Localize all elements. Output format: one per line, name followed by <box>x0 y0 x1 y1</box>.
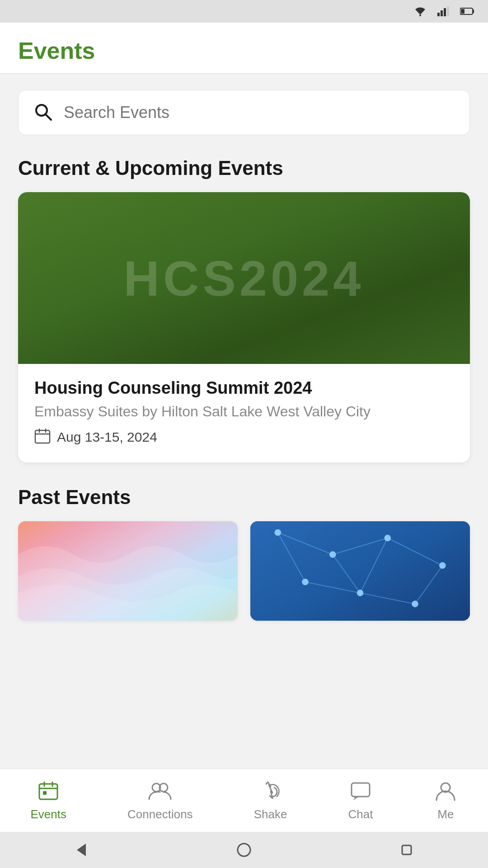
svg-rect-1 <box>437 13 440 16</box>
nav-item-me[interactable]: Me <box>425 775 466 826</box>
svg-point-28 <box>439 562 446 569</box>
past-events-section: Past Events <box>18 486 470 621</box>
search-input[interactable] <box>64 103 455 122</box>
past-events-title: Past Events <box>18 486 470 509</box>
nav-item-chat[interactable]: Chat <box>339 775 382 826</box>
svg-rect-39 <box>43 791 47 795</box>
svg-rect-42 <box>352 783 370 797</box>
svg-rect-15 <box>250 521 470 621</box>
nav-item-shake[interactable]: Shake <box>245 775 296 826</box>
svg-point-0 <box>419 14 421 16</box>
status-bar <box>0 0 488 23</box>
nav-item-connections[interactable]: Connections <box>118 775 202 826</box>
search-bar[interactable] <box>18 90 470 135</box>
svg-rect-35 <box>39 784 57 799</box>
svg-point-46 <box>238 844 250 856</box>
past-event-thumb-network <box>250 521 470 621</box>
svg-point-26 <box>329 551 336 558</box>
svg-rect-10 <box>35 430 50 443</box>
event-banner-text: HCS2024 <box>124 250 365 307</box>
svg-marker-45 <box>77 844 86 856</box>
back-button[interactable] <box>68 836 95 863</box>
event-info: Housing Counseling Summit 2024 Embassy S… <box>18 364 470 462</box>
event-date-row: Aug 13-15, 2024 <box>34 428 454 446</box>
nav-label-shake: Shake <box>254 807 287 821</box>
event-venue: Embassy Suites by Hilton Salt Lake West … <box>34 403 454 420</box>
svg-point-31 <box>302 579 309 585</box>
nav-item-events[interactable]: Events <box>22 775 76 826</box>
svg-line-9 <box>46 114 51 120</box>
calendar-icon <box>34 428 51 446</box>
search-icon <box>33 102 53 123</box>
past-events-grid <box>18 521 470 621</box>
current-events-section: Current & Upcoming Events HCS2024 Housin… <box>18 157 470 462</box>
recents-button[interactable] <box>393 836 420 863</box>
nav-label-events: Events <box>31 807 67 821</box>
signal-icon <box>436 6 452 16</box>
current-events-title: Current & Upcoming Events <box>18 157 470 179</box>
events-nav-icon <box>37 779 60 803</box>
svg-rect-2 <box>441 10 443 16</box>
wifi-icon <box>412 6 428 16</box>
bottom-nav: Events Connections Shake <box>0 769 488 832</box>
page-title: Events <box>18 37 470 64</box>
system-nav-bar <box>0 832 488 868</box>
svg-point-27 <box>384 535 391 542</box>
nav-label-connections: Connections <box>127 807 193 821</box>
shake-nav-icon <box>259 779 282 803</box>
event-banner: HCS2024 <box>18 192 470 364</box>
svg-point-25 <box>274 529 281 536</box>
past-event-card[interactable] <box>18 521 238 621</box>
nav-label-me: Me <box>437 807 454 821</box>
me-nav-icon <box>434 779 457 803</box>
past-event-card[interactable] <box>250 521 470 621</box>
svg-rect-47 <box>402 845 411 854</box>
nav-label-chat: Chat <box>348 807 373 821</box>
battery-icon <box>459 6 475 16</box>
svg-rect-7 <box>461 9 465 14</box>
current-event-card[interactable]: HCS2024 Housing Counseling Summit 2024 E… <box>18 192 470 462</box>
svg-point-30 <box>412 601 418 608</box>
svg-rect-4 <box>447 6 449 16</box>
svg-rect-3 <box>444 8 446 16</box>
past-event-thumb-wave <box>18 521 238 621</box>
chat-nav-icon <box>349 779 372 803</box>
svg-point-29 <box>357 590 364 596</box>
event-name: Housing Counseling Summit 2024 <box>34 378 454 398</box>
svg-rect-6 <box>473 9 474 13</box>
home-button[interactable] <box>230 836 258 863</box>
header: Events <box>0 23 488 74</box>
content-area: Current & Upcoming Events HCS2024 Housin… <box>0 74 488 711</box>
event-date: Aug 13-15, 2024 <box>57 429 157 445</box>
connections-nav-icon <box>148 779 172 803</box>
